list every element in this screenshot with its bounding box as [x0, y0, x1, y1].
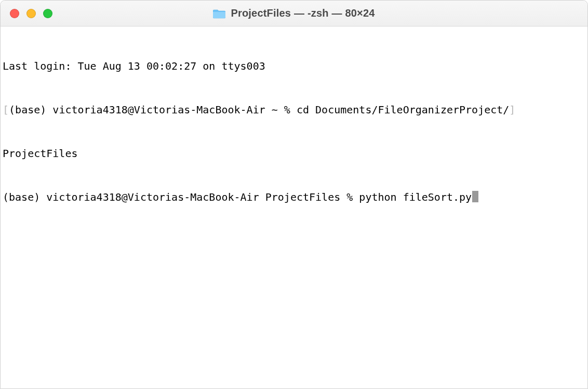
prompt-line-1: [(base) victoria4318@Victorias-MacBook-A…	[3, 102, 585, 117]
maximize-button[interactable]	[43, 9, 52, 18]
window-title: ProjectFiles — -zsh — 80×24	[231, 7, 375, 19]
prompt-1: (base) victoria4318@Victorias-MacBook-Ai…	[9, 103, 297, 116]
prompt-line-2: (base) victoria4318@Victorias-MacBook-Ai…	[3, 190, 585, 204]
command-1: cd Documents/FileOrganizerProject/	[297, 103, 509, 116]
folder-icon	[213, 8, 225, 19]
line-wrap-right-glyph: ]	[509, 103, 515, 116]
traffic-lights	[1, 9, 52, 18]
minimize-button[interactable]	[26, 9, 36, 18]
terminal-area[interactable]: Last login: Tue Aug 13 00:02:27 on ttys0…	[1, 27, 587, 388]
command-1-wrap: ProjectFiles	[3, 146, 585, 161]
titlebar[interactable]: ProjectFiles — -zsh — 80×24	[1, 1, 587, 27]
prompt-2: (base) victoria4318@Victorias-MacBook-Ai…	[3, 191, 359, 203]
close-button[interactable]	[10, 9, 19, 18]
last-login-line: Last login: Tue Aug 13 00:02:27 on ttys0…	[3, 59, 585, 73]
command-2: python fileSort.py	[359, 191, 472, 203]
title-wrap: ProjectFiles — -zsh — 80×24	[1, 7, 587, 19]
line-wrap-left-glyph: [	[3, 103, 9, 116]
terminal-window: ProjectFiles — -zsh — 80×24 Last login: …	[0, 0, 588, 389]
cursor	[472, 191, 478, 202]
